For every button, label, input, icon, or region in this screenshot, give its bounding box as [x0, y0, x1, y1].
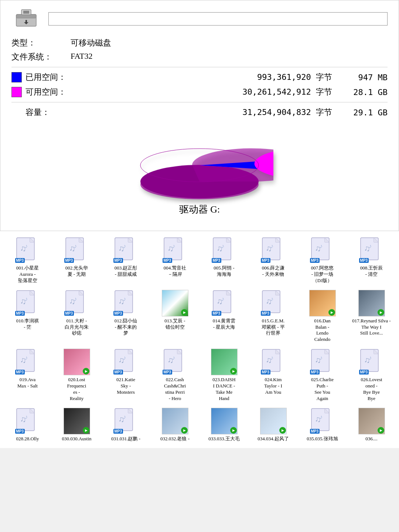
file-name: 036.... [365, 436, 378, 442]
file-item[interactable]: 032.032.老狼 - [151, 406, 199, 444]
file-item[interactable]: ♫ ♪ MP3001.小星星 Aurora - 坠落星空 [4, 235, 51, 286]
fs-row: 文件系统： FAT32 [11, 51, 388, 62]
free-color-box [11, 87, 22, 97]
svg-text:♪: ♪ [123, 243, 126, 249]
file-item[interactable]: ♫ ♪ MP3002.光头华 夏 - 无期 [53, 235, 100, 286]
file-name: 012.囧小仙 - 醒不来的 梦 [115, 318, 137, 337]
file-name: 004.莺音社 －隔岸 [164, 265, 187, 278]
svg-text:♪: ♪ [369, 355, 372, 361]
disk-properties-panel: 类型： 可移动磁盘 文件系统： FAT32 已用空间： 993,361,920 … [0, 0, 399, 231]
file-item[interactable]: 034.034.起风了 [249, 406, 297, 444]
pie-chart [126, 125, 273, 199]
cap-bytes: 31,254,904,832 字节 [74, 107, 340, 118]
file-item[interactable]: 036.... [348, 406, 395, 444]
type-label: 类型： [11, 37, 71, 48]
svg-text:♪: ♪ [270, 243, 273, 249]
drive-label: 驱动器 G: [179, 203, 220, 216]
svg-text:♪: ♪ [320, 243, 323, 249]
used-space-row: 已用空间： 993,361,920 字节 947 MB [11, 72, 388, 83]
file-name: 007.阿悠悠 - 旧梦一场 （DJ版） [311, 265, 334, 284]
file-name: 020.Lost Frequenci es - Reality [67, 377, 86, 402]
free-size: 28.1 GB [343, 88, 388, 97]
file-name: 024.Kim Taylor - I Am You [264, 377, 282, 396]
file-item[interactable]: ♫ ♪ MP3026.Lovest oned - Bye Bye Bye [348, 346, 395, 404]
file-item[interactable]: ♫ ♪ MP3031.031.赵鹏 - [102, 406, 150, 444]
svg-text:♪: ♪ [221, 296, 224, 302]
file-item[interactable]: ♫ ♪ MP3006.薛之谦 - 天外来物 [249, 235, 297, 286]
fs-value: FAT32 [71, 51, 93, 62]
svg-text:♪: ♪ [25, 296, 28, 302]
file-name: 017.Reynard Silva - The Way I Still Love… [352, 318, 391, 337]
file-item[interactable]: ♫ ♪ MP3028.28.Olly [4, 406, 51, 444]
file-item[interactable]: ♫ ♪ MP3024.Kim Taylor - I Am You [249, 346, 297, 404]
capacity-row: 容量： 31,254,904,832 字节 29.1 GB [11, 107, 388, 118]
svg-text:♪: ♪ [270, 355, 273, 361]
file-item[interactable]: ♫ ♪ MP3019.Ava Max - Salt [4, 346, 51, 404]
svg-text:♪: ♪ [320, 355, 323, 361]
file-item[interactable]: ♫ ♪ MP3021.Katie Sky - Monsters [102, 346, 150, 404]
file-name: 015.G.E.M. 邓紫棋 - 平 行世界 [262, 318, 285, 337]
svg-text:♪: ♪ [320, 414, 323, 420]
file-name: 032.032.老狼 - [160, 436, 190, 442]
file-item[interactable]: ♫ ♪ MP3004.莺音社 －隔岸 [151, 235, 199, 286]
fs-label: 文件系统： [11, 51, 71, 62]
svg-text:♪: ♪ [270, 296, 273, 302]
used-label: 已用空间： [25, 72, 74, 83]
file-name: 005.阿悄 - 海海海 [214, 265, 234, 278]
file-item[interactable]: ♫ ♪ MP3008.王忻辰 - 清空 [348, 235, 395, 286]
svg-text:♪: ♪ [74, 243, 77, 249]
svg-text:♪: ♪ [74, 296, 77, 302]
pie-chart-area: 驱动器 G: [11, 125, 388, 216]
file-name: 019.Ava Max - Salt [17, 377, 38, 389]
file-item[interactable]: 020.Lost Frequenci es - Reality [53, 346, 100, 404]
file-item[interactable]: 016.Dan Balan - Lendo Calendo [299, 288, 346, 345]
file-name: 023.DAISH I DANCE - Take Me Hand [212, 377, 235, 402]
file-name: 016.Dan Balan - Lendo Calendo [314, 318, 330, 343]
file-item[interactable]: 033.033.王大毛 [200, 406, 248, 444]
file-item[interactable]: ♫ ♪ MP3025.Charlie Puth - See You Again [299, 346, 346, 404]
file-item[interactable]: ♫ ♪ MP3022.Cash Cash&Chri stina Perri - … [151, 346, 199, 404]
file-item[interactable]: ♫ ♪ MP3014.黄霄雲 - 星辰大海 [200, 288, 248, 345]
disk-name-input[interactable] [48, 12, 388, 26]
file-name: 034.034.起风了 [258, 436, 289, 442]
file-name: 011.大籽 - 白月光与朱 砂痣 [65, 318, 89, 337]
file-name: 010.李润祺 - 茫 [16, 318, 39, 331]
type-row: 类型： 可移动磁盘 [11, 37, 388, 48]
file-name: 013.艾辰 - 错位时空 [164, 318, 185, 331]
free-bytes: 30,261,542,912 字节 [77, 87, 340, 98]
svg-text:♪: ♪ [25, 414, 28, 420]
svg-text:♪: ♪ [369, 243, 372, 249]
file-item[interactable]: 013.艾辰 - 错位时空 [151, 288, 199, 345]
file-item[interactable]: 017.Reynard Silva - The Way I Still Love… [348, 288, 395, 345]
disk-header [11, 8, 388, 30]
file-name: 008.王忻辰 - 清空 [360, 265, 383, 278]
file-name: 033.033.王大毛 [208, 436, 240, 442]
cap-size: 29.1 GB [343, 108, 388, 117]
file-grid: ♫ ♪ MP3001.小星星 Aurora - 坠落星空 ♫ ♪ MP3002.… [0, 231, 399, 448]
svg-text:♪: ♪ [123, 414, 126, 420]
svg-text:♪: ♪ [172, 243, 175, 249]
file-item[interactable]: 023.DAISH I DANCE - Take Me Hand [200, 346, 248, 404]
file-name: 030.030.Austin [62, 436, 91, 442]
file-name: 001.小星星 Aurora - 坠落星空 [16, 265, 39, 284]
file-item[interactable]: ♫ ♪ MP3005.阿悄 - 海海海 [200, 235, 248, 286]
file-item[interactable]: ♫ ♪ MP3007.阿悠悠 - 旧梦一场 （DJ版） [299, 235, 346, 286]
file-item[interactable]: 030.030.Austin [53, 406, 100, 444]
svg-text:♪: ♪ [25, 355, 28, 361]
file-name: 014.黄霄雲 - 星辰大海 [213, 318, 236, 331]
file-item[interactable]: ♫ ♪ MP3015.G.E.M. 邓紫棋 - 平 行世界 [249, 288, 297, 345]
svg-text:♪: ♪ [172, 355, 175, 361]
file-name: 025.Charlie Puth - See You Again [311, 377, 334, 402]
file-item[interactable]: ♫ ♪ MP3010.李润祺 - 茫 [4, 288, 51, 345]
file-item[interactable]: ♫ ♪ MP3035.035.张玮旭 [299, 406, 346, 444]
svg-text:♪: ♪ [25, 243, 28, 249]
svg-text:♪: ♪ [123, 355, 126, 361]
file-item[interactable]: ♫ ♪ MP3012.囧小仙 - 醒不来的 梦 [102, 288, 150, 345]
file-item[interactable]: ♫ ♪ MP3003.赵正彤 - 甜甜咸咸 [102, 235, 150, 286]
file-name: 006.薛之谦 - 天外来物 [262, 265, 285, 278]
file-item[interactable]: ♫ ♪ MP3011.大籽 - 白月光与朱 砂痣 [53, 288, 100, 345]
svg-rect-3 [23, 11, 29, 14]
file-name: 026.Lovest oned - Bye Bye Bye [361, 377, 382, 402]
file-name: 022.Cash Cash&Chri stina Perri - Hero [164, 377, 186, 402]
svg-text:♪: ♪ [123, 296, 126, 302]
